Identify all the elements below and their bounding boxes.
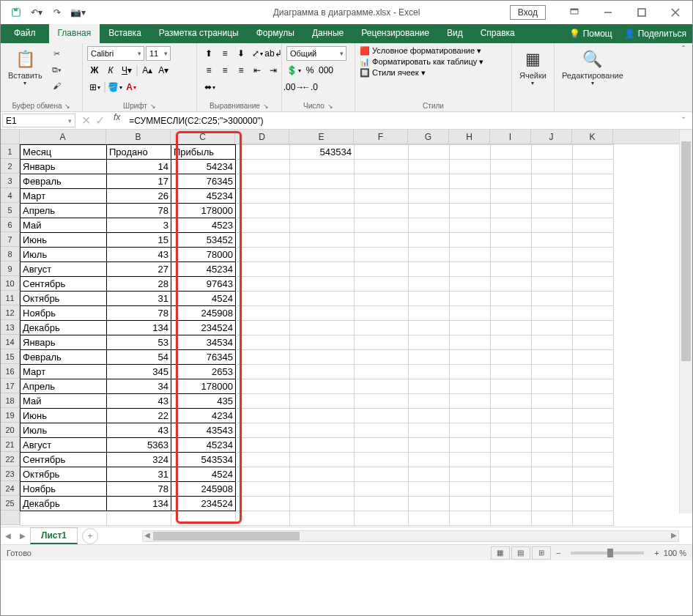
share-link[interactable]: 👤 Поделиться: [618, 24, 692, 43]
row-header-13[interactable]: 13: [1, 320, 20, 335]
redo-icon[interactable]: ↷: [48, 3, 67, 22]
row-header-18[interactable]: 18: [1, 393, 20, 408]
row-header-9[interactable]: 9: [1, 261, 20, 276]
row-header-19[interactable]: 19: [1, 408, 20, 423]
wrap-text-button[interactable]: ab↲: [266, 46, 281, 61]
align-left-button[interactable]: ≡: [201, 63, 216, 78]
row-header-5[interactable]: 5: [1, 203, 20, 218]
column-header-J[interactable]: J: [531, 130, 572, 144]
save-icon[interactable]: [7, 3, 26, 22]
cell-styles-button[interactable]: 🔲 Стили ячеек ▾: [360, 68, 426, 78]
tab-insert[interactable]: Вставка: [100, 24, 150, 43]
row-header-26[interactable]: [1, 511, 20, 525]
row-header-7[interactable]: 7: [1, 232, 20, 247]
collapse-ribbon-icon[interactable]: ˆ: [678, 43, 689, 56]
tab-home[interactable]: Главная: [49, 24, 100, 43]
select-all-button[interactable]: [1, 130, 20, 144]
sheet-tab-1[interactable]: Лист1: [30, 527, 78, 544]
grow-font-button[interactable]: A▴: [140, 63, 155, 78]
merge-button[interactable]: ⬌: [201, 80, 218, 94]
tab-help[interactable]: Справка: [472, 24, 524, 43]
tab-formulas[interactable]: Формулы: [248, 24, 303, 43]
tab-pagelayout[interactable]: Разметка страницы: [150, 24, 248, 43]
page-layout-view-button[interactable]: ▤: [511, 546, 530, 560]
row-header-10[interactable]: 10: [1, 276, 20, 291]
row-header-6[interactable]: 6: [1, 218, 20, 232]
row-header-14[interactable]: 14: [1, 335, 20, 349]
row-header-15[interactable]: 15: [1, 349, 20, 364]
tab-review[interactable]: Рецензирование: [352, 24, 438, 43]
bold-button[interactable]: Ж: [87, 63, 102, 78]
column-header-B[interactable]: B: [106, 130, 171, 144]
page-break-view-button[interactable]: ⊞: [532, 546, 551, 560]
column-header-A[interactable]: A: [20, 130, 106, 144]
row-header-21[interactable]: 21: [1, 437, 20, 452]
row-header-16[interactable]: 16: [1, 364, 20, 379]
sheet-nav-prev-icon[interactable]: ◀: [1, 532, 15, 540]
column-header-D[interactable]: D: [235, 130, 289, 144]
font-size-combo[interactable]: 11: [146, 46, 171, 61]
row-header-11[interactable]: 11: [1, 291, 20, 305]
sheet-nav-next-icon[interactable]: ▶: [15, 532, 30, 540]
fill-color-button[interactable]: 🪣: [108, 80, 122, 94]
borders-button[interactable]: ⊞: [87, 80, 102, 94]
font-name-combo[interactable]: Calibri: [87, 46, 144, 61]
align-top-button[interactable]: ⬆: [201, 46, 216, 61]
vertical-scrollbar[interactable]: [679, 130, 692, 513]
cut-icon[interactable]: ✂: [50, 46, 64, 61]
align-bottom-button[interactable]: ⬇: [234, 46, 248, 61]
underline-button[interactable]: Ч▾: [119, 63, 134, 78]
new-sheet-button[interactable]: +: [82, 528, 98, 544]
row-header-1[interactable]: 1: [1, 144, 20, 159]
formula-input[interactable]: =СУММЕСЛИ(C2:C25;">300000"): [125, 112, 675, 129]
row-header-20[interactable]: 20: [1, 423, 20, 437]
align-center-button[interactable]: ≡: [218, 63, 232, 78]
row-header-24[interactable]: 24: [1, 481, 20, 496]
zoom-out-button[interactable]: −: [556, 549, 560, 557]
number-launcher-icon[interactable]: ↘: [327, 103, 333, 110]
row-header-22[interactable]: 22: [1, 452, 20, 467]
zoom-in-button[interactable]: +: [654, 549, 659, 557]
row-header-25[interactable]: 25: [1, 496, 20, 511]
italic-button[interactable]: К: [103, 63, 118, 78]
tab-data[interactable]: Данные: [303, 24, 352, 43]
clipboard-launcher-icon[interactable]: ↘: [64, 103, 70, 110]
zoom-slider[interactable]: [571, 552, 644, 554]
orientation-button[interactable]: ⤢: [250, 46, 264, 61]
maximize-icon[interactable]: [625, 1, 659, 24]
tab-file[interactable]: Файл: [1, 24, 49, 43]
column-header-G[interactable]: G: [408, 130, 449, 144]
camera-icon[interactable]: 📷▾: [68, 3, 87, 22]
shrink-font-button[interactable]: A▾: [156, 63, 171, 78]
column-header-E[interactable]: E: [289, 130, 354, 144]
column-header-H[interactable]: H: [449, 130, 490, 144]
font-color-button[interactable]: A: [124, 80, 138, 94]
undo-icon[interactable]: ↶▾: [27, 3, 46, 22]
horizontal-scrollbar[interactable]: ◀ ▶: [142, 530, 679, 542]
expand-formula-icon[interactable]: ⌄: [675, 112, 692, 129]
column-header-F[interactable]: F: [354, 130, 408, 144]
number-format-combo[interactable]: Общий: [286, 46, 346, 61]
tab-view[interactable]: Вид: [438, 24, 472, 43]
increase-decimal-button[interactable]: .00→: [286, 80, 301, 94]
indent-less-button[interactable]: ⇤: [250, 63, 264, 78]
login-button[interactable]: Вход: [510, 5, 546, 20]
normal-view-button[interactable]: ▦: [491, 546, 510, 560]
cancel-formula-icon[interactable]: ✕: [81, 114, 91, 127]
format-painter-icon[interactable]: 🖌: [50, 78, 64, 93]
column-header-K[interactable]: K: [572, 130, 613, 144]
cells-button[interactable]: ▦ Ячейки ▾: [516, 46, 549, 88]
ribbon-options-icon[interactable]: [557, 1, 591, 24]
cells-area[interactable]: МесяцПроданоПрибыль543534Январь1454234Фе…: [20, 144, 679, 513]
align-right-button[interactable]: ≡: [234, 63, 248, 78]
paste-button[interactable]: 📋 Вставить ▾: [5, 46, 45, 88]
row-header-2[interactable]: 2: [1, 159, 20, 174]
percent-button[interactable]: %: [303, 63, 317, 78]
close-icon[interactable]: [659, 1, 692, 24]
editing-button[interactable]: 🔍 Редактирование ▾: [559, 46, 626, 88]
conditional-formatting-button[interactable]: 🟥 Условное форматирование ▾: [360, 46, 481, 56]
name-box[interactable]: E1: [2, 114, 75, 127]
row-header-8[interactable]: 8: [1, 247, 20, 261]
row-header-4[interactable]: 4: [1, 188, 20, 203]
decrease-decimal-button[interactable]: ←.0: [303, 80, 317, 94]
